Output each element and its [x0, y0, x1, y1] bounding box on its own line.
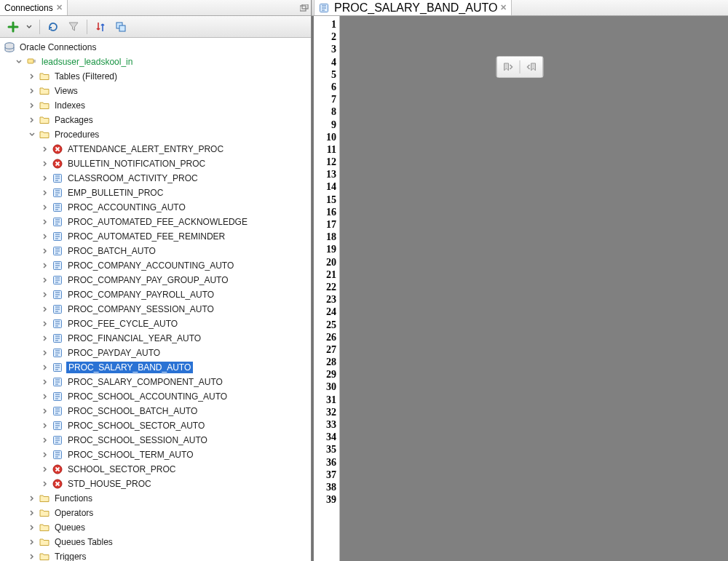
chevron-down-icon[interactable]: [28, 130, 36, 139]
chevron-right-icon[interactable]: [41, 436, 50, 445]
chevron-right-icon[interactable]: [41, 159, 50, 168]
chevron-right-icon[interactable]: [28, 509, 36, 517]
tree-folder-queues-tables[interactable]: Queues Tables: [0, 535, 311, 549]
chevron-right-icon[interactable]: [41, 480, 50, 488]
tab-connections[interactable]: Connections ✕: [0, 0, 68, 15]
tree-folder-packages[interactable]: Packages: [0, 113, 311, 127]
chevron-right-icon[interactable]: [41, 349, 50, 357]
chevron-right-icon[interactable]: [41, 465, 50, 474]
chevron-right-icon[interactable]: [28, 101, 36, 110]
procedure-label: PROC_SALARY_BAND_AUTO: [66, 362, 193, 373]
chevron-right-icon[interactable]: [41, 261, 50, 270]
procedure-item[interactable]: PROC_COMPANY_PAY_GROUP_AUTO: [0, 273, 311, 287]
cascade-button[interactable]: [112, 18, 130, 36]
chevron-right-icon[interactable]: [41, 392, 50, 401]
tree-folder-triggers[interactable]: Triggers: [0, 549, 311, 561]
plug-icon: [25, 55, 38, 68]
chevron-right-icon[interactable]: [41, 188, 50, 197]
filter-button[interactable]: [65, 18, 82, 36]
chevron-right-icon[interactable]: [41, 363, 50, 372]
chevron-right-icon[interactable]: [41, 319, 50, 328]
tree-folder-queues[interactable]: Queues: [0, 520, 311, 535]
tree-folder-operators[interactable]: Operators: [0, 506, 311, 520]
line-number: 12: [314, 156, 339, 169]
procedure-item[interactable]: PROC_BATCH_AUTO: [0, 244, 311, 258]
procedure-item[interactable]: PROC_PAYDAY_AUTO: [0, 346, 311, 360]
tree-folder-tables[interactable]: Tables (Filtered): [0, 69, 311, 84]
bookmark-prev-button[interactable]: [499, 59, 517, 75]
tree-folder-indexes[interactable]: Indexes: [0, 98, 311, 113]
procedure-item[interactable]: STD_HOUSE_PROC: [0, 477, 311, 491]
chevron-right-icon[interactable]: [28, 538, 36, 546]
connections-panel: Connections ✕: [0, 0, 312, 561]
sort-button[interactable]: [92, 18, 109, 36]
procedure-item[interactable]: PROC_AUTOMATED_FEE_ACKNOWLEDGE: [0, 215, 311, 229]
procedure-item[interactable]: PROC_COMPANY_PAYROLL_AUTO: [0, 287, 311, 302]
code-body[interactable]: [340, 16, 728, 561]
procedure-item[interactable]: PROC_SCHOOL_ACCOUNTING_AUTO: [0, 389, 311, 404]
line-number: 31: [314, 394, 339, 407]
chevron-right-icon[interactable]: [41, 218, 50, 226]
chevron-right-icon[interactable]: [41, 407, 50, 415]
close-icon[interactable]: ✕: [56, 3, 63, 12]
procedure-item[interactable]: EMP_BULLETIN_PROC: [0, 186, 311, 200]
chevron-right-icon[interactable]: [41, 290, 50, 299]
procedure-item[interactable]: CLASSROOM_ACTIVITY_PROC: [0, 171, 311, 186]
procedure-item[interactable]: PROC_SCHOOL_TERM_AUTO: [0, 447, 311, 462]
chevron-down-icon[interactable]: [15, 57, 23, 66]
procedure-item[interactable]: PROC_SCHOOL_SESSION_AUTO: [0, 433, 311, 447]
chevron-right-icon[interactable]: [41, 174, 50, 183]
line-number: 21: [314, 269, 339, 282]
code-editor[interactable]: 1234567891011121314151617181920212223242…: [312, 16, 728, 561]
procedure-item[interactable]: ATTENDANCE_ALERT_ENTRY_PROC: [0, 142, 311, 156]
chevron-right-icon[interactable]: [28, 72, 36, 81]
bookmark-next-button[interactable]: [523, 59, 541, 75]
line-number: 26: [314, 332, 339, 344]
chevron-right-icon[interactable]: [41, 232, 50, 241]
chevron-right-icon[interactable]: [28, 494, 36, 503]
connections-tree[interactable]: Oracle Connections leadsuser_leadskool_i…: [0, 38, 311, 561]
chevron-right-icon[interactable]: [41, 276, 50, 285]
refresh-button[interactable]: [44, 18, 62, 36]
procedure-item[interactable]: BULLETIN_NOTIFICATION_PROC: [0, 156, 311, 171]
chevron-right-icon[interactable]: [28, 87, 36, 95]
procedure-item[interactable]: PROC_SALARY_BAND_AUTO: [0, 360, 311, 375]
line-number: 5: [314, 69, 339, 81]
new-connection-dropdown[interactable]: [25, 18, 35, 36]
chevron-right-icon[interactable]: [28, 523, 36, 532]
procedure-item[interactable]: PROC_COMPANY_ACCOUNTING_AUTO: [0, 258, 311, 273]
chevron-right-icon[interactable]: [41, 334, 50, 343]
procedure-item[interactable]: PROC_SALARY_COMPONENT_AUTO: [0, 375, 311, 389]
chevron-right-icon[interactable]: [28, 552, 36, 561]
restore-icon[interactable]: [298, 0, 311, 15]
procedure-item[interactable]: SCHOOL_SECTOR_PROC: [0, 462, 311, 477]
chevron-right-icon[interactable]: [28, 116, 36, 124]
tree-root-oracle-connections[interactable]: Oracle Connections: [0, 40, 311, 55]
procedure-item[interactable]: PROC_AUTOMATED_FEE_REMINDER: [0, 229, 311, 244]
chevron-right-icon[interactable]: [41, 305, 50, 314]
procedure-icon: [51, 172, 64, 185]
tree-connection[interactable]: leadsuser_leadskool_in: [0, 55, 311, 69]
procedure-item[interactable]: PROC_FINANCIAL_YEAR_AUTO: [0, 331, 311, 346]
procedure-item[interactable]: PROC_SCHOOL_BATCH_AUTO: [0, 404, 311, 418]
tree-folder-functions[interactable]: Functions: [0, 491, 311, 506]
tab-editor[interactable]: PROC_SALARY_BAND_AUTO ✕: [314, 0, 512, 15]
procedure-icon: [51, 244, 64, 258]
procedure-item[interactable]: PROC_FEE_CYCLE_AUTO: [0, 317, 311, 331]
chevron-right-icon[interactable]: [41, 450, 50, 459]
tree-folder-views[interactable]: Views: [0, 84, 311, 98]
procedure-label: PROC_SCHOOL_BATCH_AUTO: [66, 405, 199, 417]
left-tab-bar: Connections ✕: [0, 0, 311, 16]
new-connection-button[interactable]: [4, 18, 22, 36]
procedure-item[interactable]: PROC_SCHOOL_SECTOR_AUTO: [0, 418, 311, 433]
tree-folder-procedures[interactable]: Procedures: [0, 127, 311, 142]
close-icon[interactable]: ✕: [500, 3, 507, 12]
procedure-item[interactable]: PROC_ACCOUNTING_AUTO: [0, 200, 311, 215]
procedure-item[interactable]: PROC_COMPANY_SESSION_AUTO: [0, 302, 311, 317]
folder-views-label: Views: [53, 85, 79, 97]
chevron-right-icon[interactable]: [41, 247, 50, 255]
chevron-right-icon[interactable]: [41, 378, 50, 386]
chevron-right-icon[interactable]: [41, 145, 50, 154]
chevron-right-icon[interactable]: [41, 203, 50, 212]
chevron-right-icon[interactable]: [41, 421, 50, 430]
